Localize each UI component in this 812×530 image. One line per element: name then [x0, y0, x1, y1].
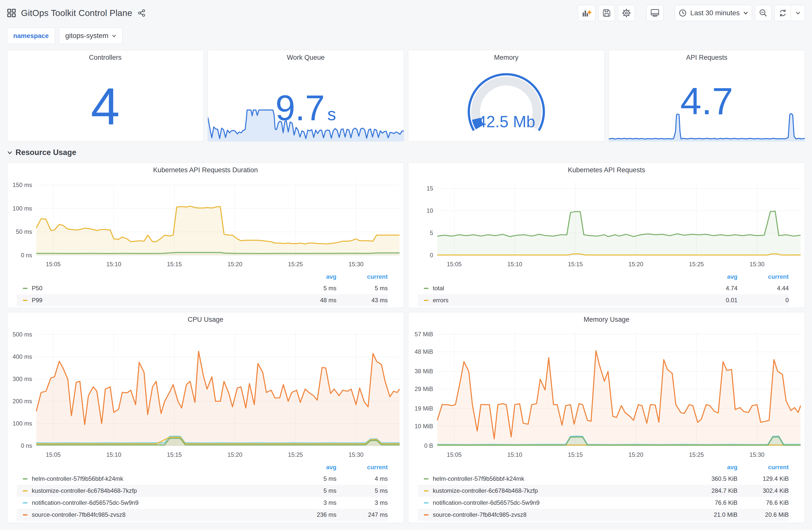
- legend-row[interactable]: kustomize-controller-6c6784b468-7kzfp284…: [418, 485, 789, 497]
- chevron-down-icon: [112, 34, 116, 38]
- dashboard-grid-icon[interactable]: [7, 9, 16, 17]
- legend-sort-current[interactable]: current: [738, 273, 789, 280]
- panel-title[interactable]: API Requests: [609, 50, 805, 65]
- series-avg-value: 236 ms: [294, 511, 336, 518]
- legend-row[interactable]: source-controller-7fb84fc985-zvsz821.0 M…: [418, 509, 789, 521]
- series-current-value: 129.4 KiB: [738, 475, 789, 482]
- series-label: P99: [32, 297, 294, 304]
- svg-text:15:25: 15:25: [689, 261, 704, 267]
- legend-sort-current[interactable]: current: [336, 273, 388, 280]
- svg-text:15:15: 15:15: [167, 452, 182, 458]
- legend-sort-avg[interactable]: avg: [695, 464, 738, 471]
- memory-usage-chart[interactable]: 15:0515:1015:1515:2015:2515:300 B10 MiB1…: [408, 327, 805, 462]
- legend-row[interactable]: kustomize-controller-6c6784b468-7kzfp5 m…: [17, 485, 388, 497]
- legend: avgcurrentP505 ms5 msP9948 ms43 ms: [7, 271, 404, 308]
- series-avg-value: 48 ms: [294, 297, 336, 304]
- legend-row[interactable]: errors0.010: [418, 294, 789, 306]
- zoom-out-button[interactable]: [755, 5, 771, 21]
- svg-text:15:30: 15:30: [348, 452, 363, 458]
- legend-sort-avg[interactable]: avg: [294, 273, 336, 280]
- series-label: P50: [32, 285, 294, 292]
- series-label: helm-controller-57f9b56bbf-k24mk: [433, 475, 695, 482]
- series-label: notification-controller-6d56575dc-5w9n9: [433, 499, 695, 506]
- legend-row[interactable]: P505 ms5 ms: [17, 282, 388, 294]
- series-current-value: 5 ms: [336, 487, 388, 494]
- refresh-interval-button[interactable]: [791, 5, 805, 21]
- svg-text:15:30: 15:30: [750, 452, 765, 458]
- legend-header: avgcurrent: [418, 271, 789, 282]
- legend-row[interactable]: notification-controller-6d56575dc-5w9n93…: [17, 497, 388, 509]
- legend: avgcurrenthelm-controller-57f9b56bbf-k24…: [408, 462, 805, 522]
- api-requests-duration-chart[interactable]: 15:0515:1015:1515:2015:2515:300 ns50 ms1…: [7, 177, 404, 271]
- charts-row-bottom: CPU Usage 15:0515:1015:1515:2015:2515:30…: [7, 312, 805, 523]
- svg-text:15: 15: [426, 185, 433, 192]
- refresh-button[interactable]: [774, 5, 791, 21]
- stat-value: 9.7: [275, 88, 325, 128]
- series-color-swatch: [23, 502, 28, 503]
- legend-row[interactable]: source-controller-7fb84fc985-zvsz8236 ms…: [17, 509, 388, 521]
- kubernetes-api-requests-chart[interactable]: 15:0515:1015:1515:2015:2515:30051015: [408, 177, 805, 271]
- svg-text:15:10: 15:10: [106, 261, 121, 267]
- series-current-value: 20.6 MiB: [738, 511, 789, 518]
- svg-text:0 ns: 0 ns: [21, 252, 32, 259]
- panel-title[interactable]: Memory: [408, 50, 604, 65]
- svg-text:48 MiB: 48 MiB: [415, 349, 433, 355]
- cycle-view-button[interactable]: [647, 5, 663, 21]
- circular-arrows-icon: [778, 9, 787, 17]
- legend-row[interactable]: helm-controller-57f9b56bbf-k24mk360.5 Ki…: [418, 473, 789, 485]
- legend-row[interactable]: total4.744.44: [418, 282, 789, 294]
- svg-text:15:10: 15:10: [106, 452, 121, 458]
- legend-sort-current[interactable]: current: [738, 464, 789, 471]
- svg-text:15:20: 15:20: [227, 452, 242, 458]
- page-title: GitOps Toolkit Control Plane: [21, 8, 132, 18]
- api-requests-stat: 4.7: [609, 82, 805, 120]
- cpu-usage-chart[interactable]: 15:0515:1015:1515:2015:2515:300 ns100 ms…: [7, 327, 404, 462]
- namespace-variable-select[interactable]: gitops-system: [59, 28, 123, 44]
- panel-title[interactable]: Kubernetes API Requests: [408, 163, 805, 177]
- svg-text:42.5 Mb: 42.5 Mb: [477, 113, 535, 131]
- panel-title[interactable]: Kubernetes API Requests Duration: [7, 163, 404, 177]
- series-label: total: [433, 285, 695, 292]
- svg-text:50 ms: 50 ms: [16, 229, 32, 235]
- series-current-value: 247 ms: [336, 511, 388, 518]
- panel-title[interactable]: CPU Usage: [7, 312, 404, 327]
- series-avg-value: 0.01: [695, 297, 738, 304]
- svg-text:15:30: 15:30: [348, 261, 363, 267]
- dashboard-settings-button[interactable]: [618, 5, 635, 21]
- gauge-chart: 42.5 Mb: [410, 64, 603, 139]
- series-label: source-controller-7fb84fc985-zvsz8: [433, 511, 695, 518]
- legend-header: avgcurrent: [17, 462, 388, 473]
- series-avg-value: 5 ms: [294, 487, 336, 494]
- bar-chart-plus-icon: [582, 8, 592, 18]
- save-dashboard-button[interactable]: [598, 5, 615, 21]
- share-icon[interactable]: [137, 9, 146, 17]
- legend-sort-avg[interactable]: avg: [695, 273, 738, 280]
- chevron-down-icon: [743, 11, 748, 15]
- series-color-swatch: [424, 490, 429, 491]
- monitor-icon: [650, 9, 659, 17]
- legend-row[interactable]: notification-controller-6d56575dc-5w9n97…: [418, 497, 789, 509]
- time-picker-button[interactable]: Last 30 minutes: [675, 5, 752, 21]
- row-resource-usage[interactable]: Resource Usage: [7, 147, 805, 158]
- legend-row[interactable]: P9948 ms43 ms: [17, 294, 388, 306]
- series-current-value: 43 ms: [336, 297, 388, 304]
- panel-cpu-usage: CPU Usage 15:0515:1015:1515:2015:2515:30…: [7, 312, 404, 523]
- series-color-swatch: [424, 478, 429, 480]
- series-color-swatch: [424, 502, 429, 503]
- floppy-icon: [602, 9, 611, 17]
- panel-title[interactable]: Work Queue: [208, 50, 404, 65]
- clock-icon: [679, 9, 687, 17]
- series-avg-value: 4.74: [695, 285, 738, 292]
- svg-text:15:05: 15:05: [447, 452, 462, 458]
- panel-title[interactable]: Controllers: [7, 50, 203, 65]
- gear-icon: [622, 8, 631, 18]
- legend-sort-avg[interactable]: avg: [294, 464, 336, 471]
- panel-api-requests: API Requests 4.7: [609, 50, 805, 142]
- svg-text:500 ms: 500 ms: [13, 332, 32, 338]
- legend: avgcurrenthelm-controller-57f9b56bbf-k24…: [7, 462, 404, 522]
- panel-title[interactable]: Memory Usage: [408, 312, 805, 327]
- add-panel-button[interactable]: [578, 5, 595, 21]
- series-avg-value: 360.5 KiB: [695, 475, 738, 482]
- legend-row[interactable]: helm-controller-57f9b56bbf-k24mk5 ms4 ms: [17, 473, 388, 485]
- legend-sort-current[interactable]: current: [336, 464, 388, 471]
